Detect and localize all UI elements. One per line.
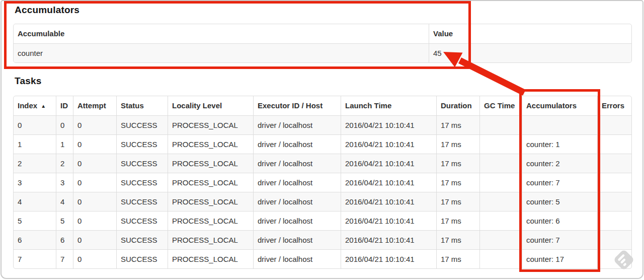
cell-accumulable-value: 45 <box>429 43 631 62</box>
task-row: 660SUCCESSPROCESS_LOCALdriver / localhos… <box>14 230 631 249</box>
tasks-table-body: 000SUCCESSPROCESS_LOCALdriver / localhos… <box>14 115 631 268</box>
cell-attempt: 0 <box>73 192 116 211</box>
cell-errors <box>597 154 631 173</box>
cell-status: SUCCESS <box>116 134 168 154</box>
cell-executor-id-host: driver / localhost <box>253 211 341 230</box>
cell-locality-level: PROCESS_LOCAL <box>168 211 253 230</box>
cell-launch-time: 2016/04/21 10:10:41 <box>341 249 436 268</box>
cell-launch-time: 2016/04/21 10:10:41 <box>341 173 436 192</box>
cell-attempt: 0 <box>73 230 116 249</box>
cell-gc-time <box>479 173 522 192</box>
cell-attempt: 0 <box>73 211 116 230</box>
cell-launch-time: 2016/04/21 10:10:41 <box>341 230 436 249</box>
cell-status: SUCCESS <box>116 154 168 173</box>
cell-gc-time <box>479 192 522 211</box>
column-header-status[interactable]: Status <box>116 96 168 115</box>
column-header-gc-time[interactable]: GC Time <box>479 96 522 115</box>
cell-id: 4 <box>56 192 73 211</box>
column-header-executor-id-host[interactable]: Executor ID / Host <box>253 96 341 115</box>
cell-index: 7 <box>14 249 56 268</box>
cell-executor-id-host: driver / localhost <box>253 249 341 268</box>
cell-id: 0 <box>56 115 73 134</box>
cell-attempt: 0 <box>73 115 116 134</box>
cell-index: 4 <box>14 192 56 211</box>
task-row: 110SUCCESSPROCESS_LOCALdriver / localhos… <box>14 134 631 154</box>
cell-attempt: 0 <box>73 249 116 268</box>
accumulators-table: Accumulable Value counter 45 <box>13 24 632 63</box>
cell-gc-time <box>479 211 522 230</box>
cell-id: 3 <box>56 173 73 192</box>
tasks-header-row: Index▲ ID Attempt Status Locality Level … <box>14 96 631 115</box>
column-header-duration[interactable]: Duration <box>436 96 479 115</box>
tasks-section-title: Tasks <box>15 76 41 87</box>
cell-executor-id-host: driver / localhost <box>253 154 341 173</box>
task-row: 000SUCCESSPROCESS_LOCALdriver / localhos… <box>14 115 631 134</box>
cell-index: 1 <box>14 134 56 154</box>
cell-launch-time: 2016/04/21 10:10:41 <box>341 154 436 173</box>
column-header-launch-time[interactable]: Launch Time <box>341 96 436 115</box>
cell-gc-time <box>479 249 522 268</box>
cell-index: 5 <box>14 211 56 230</box>
cell-errors <box>597 230 631 249</box>
cell-executor-id-host: driver / localhost <box>253 173 341 192</box>
cell-index: 2 <box>14 154 56 173</box>
cell-errors <box>597 249 631 268</box>
cell-accumulators: counter: 7 <box>522 173 597 192</box>
task-row: 220SUCCESSPROCESS_LOCALdriver / localhos… <box>14 154 631 173</box>
accumulators-header-row: Accumulable Value <box>14 24 631 43</box>
cell-index: 3 <box>14 173 56 192</box>
cell-duration: 17 ms <box>436 192 479 211</box>
column-header-attempt[interactable]: Attempt <box>73 96 116 115</box>
cell-accumulators <box>522 115 597 134</box>
cell-id: 7 <box>56 249 73 268</box>
cell-launch-time: 2016/04/21 10:10:41 <box>341 211 436 230</box>
cell-accumulators: counter: 6 <box>522 211 597 230</box>
cell-executor-id-host: driver / localhost <box>253 115 341 134</box>
cell-id: 6 <box>56 230 73 249</box>
sort-ascending-icon: ▲ <box>41 103 46 109</box>
cell-locality-level: PROCESS_LOCAL <box>168 192 253 211</box>
cell-id: 1 <box>56 134 73 154</box>
cell-accumulators: counter: 7 <box>522 230 597 249</box>
cell-executor-id-host: driver / localhost <box>253 230 341 249</box>
cell-attempt: 0 <box>73 134 116 154</box>
cell-locality-level: PROCESS_LOCAL <box>168 173 253 192</box>
task-row: 330SUCCESSPROCESS_LOCALdriver / localhos… <box>14 173 631 192</box>
task-row: 440SUCCESSPROCESS_LOCALdriver / localhos… <box>14 192 631 211</box>
cell-gc-time <box>479 115 522 134</box>
cell-accumulators: counter: 5 <box>522 192 597 211</box>
cell-errors <box>597 134 631 154</box>
column-header-errors[interactable]: Errors <box>597 96 631 115</box>
cell-duration: 17 ms <box>436 230 479 249</box>
column-header-id[interactable]: ID <box>56 96 73 115</box>
cell-duration: 17 ms <box>436 173 479 192</box>
accumulable-row: counter 45 <box>14 43 631 62</box>
cell-id: 2 <box>56 154 73 173</box>
cell-launch-time: 2016/04/21 10:10:41 <box>341 115 436 134</box>
cell-locality-level: PROCESS_LOCAL <box>168 115 253 134</box>
cell-locality-level: PROCESS_LOCAL <box>168 230 253 249</box>
tasks-table: Index▲ ID Attempt Status Locality Level … <box>13 96 632 269</box>
cell-index: 6 <box>14 230 56 249</box>
cell-duration: 17 ms <box>436 249 479 268</box>
accumulators-section-title: Accumulators <box>15 5 79 16</box>
cell-duration: 17 ms <box>436 115 479 134</box>
cell-index: 0 <box>14 115 56 134</box>
cell-locality-level: PROCESS_LOCAL <box>168 154 253 173</box>
cell-status: SUCCESS <box>116 192 168 211</box>
cell-status: SUCCESS <box>116 249 168 268</box>
column-header-locality-level[interactable]: Locality Level <box>168 96 253 115</box>
cell-status: SUCCESS <box>116 173 168 192</box>
cell-errors <box>597 211 631 230</box>
cell-gc-time <box>479 230 522 249</box>
cell-status: SUCCESS <box>116 211 168 230</box>
cell-errors <box>597 192 631 211</box>
cell-attempt: 0 <box>73 154 116 173</box>
cell-gc-time <box>479 134 522 154</box>
cell-launch-time: 2016/04/21 10:10:41 <box>341 134 436 154</box>
column-header-accumulators[interactable]: Accumulators <box>522 96 597 115</box>
cell-accumulators: counter: 17 <box>522 249 597 268</box>
column-header-index[interactable]: Index▲ <box>14 96 56 115</box>
cell-accumulators: counter: 2 <box>522 154 597 173</box>
cell-locality-level: PROCESS_LOCAL <box>168 249 253 268</box>
